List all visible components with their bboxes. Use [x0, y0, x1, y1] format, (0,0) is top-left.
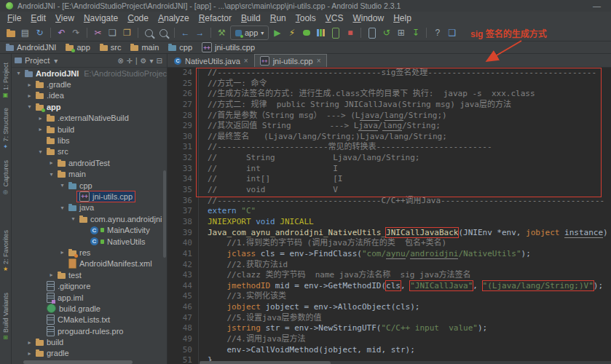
tree-item-libs[interactable]: libs: [12, 135, 167, 146]
menu-file[interactable]: File: [7, 12, 21, 25]
scrollbar[interactable]: [23, 360, 133, 364]
menu-tools[interactable]: Tools: [296, 12, 316, 25]
tree-item-externalnativebuild[interactable]: ▸.externalNativeBuild: [12, 113, 167, 124]
tree-item-gradle[interactable]: ▸.gradle: [12, 79, 167, 90]
tree-item-build[interactable]: ▸build: [12, 336, 167, 347]
replace-icon[interactable]: [157, 26, 170, 39]
menu-analyze[interactable]: Analyze: [158, 12, 189, 25]
settings-icon[interactable]: ⚙: [139, 57, 149, 65]
chevron-down-icon[interactable]: ▾: [36, 149, 44, 155]
close-icon[interactable]: ×: [244, 57, 248, 65]
help-icon[interactable]: ?: [431, 26, 444, 39]
stop-icon[interactable]: ■: [344, 26, 356, 39]
forward-icon[interactable]: →: [194, 26, 206, 39]
back-icon[interactable]: ←: [179, 26, 192, 39]
tool-window-button-1-project[interactable]: 1: Project▣: [0, 63, 11, 98]
chevron-right-icon[interactable]: ▸: [47, 272, 55, 278]
layout-editor-icon[interactable]: ❑: [446, 26, 458, 39]
menu-run[interactable]: Run: [270, 12, 286, 25]
chevron-right-icon[interactable]: ▸: [36, 115, 44, 122]
tree-item-jni-utils-cpp[interactable]: ++jni-utils.cpp: [12, 191, 167, 202]
tree-item-com-aynu-androidjni[interactable]: ▾com.aynu.androidjni: [12, 213, 167, 224]
attach-debugger-icon[interactable]: [329, 26, 342, 39]
tree-item-app[interactable]: ▾app: [12, 101, 167, 112]
tree-item-res[interactable]: ▸res: [12, 247, 167, 258]
menu-help[interactable]: Help: [393, 12, 411, 25]
breadcrumb-item-app[interactable]: app: [66, 43, 90, 52]
cut-icon[interactable]: ✂: [92, 26, 104, 39]
tree-item-androidjni[interactable]: ▾AndroidJNIE:\AndroidStudioProject\And: [12, 68, 167, 79]
tree-item-androidtest[interactable]: ▸androidTest: [12, 157, 167, 168]
tree-item-androidmanifest-xml[interactable]: AndroidManifest.xml: [12, 258, 167, 269]
scrollbar[interactable]: [200, 361, 611, 364]
build-icon[interactable]: ⚒: [216, 26, 228, 39]
tree-item-java[interactable]: ▾java: [12, 202, 167, 213]
breadcrumb-item-cpp[interactable]: cpp: [168, 43, 192, 52]
chevron-down-icon[interactable]: ▾: [69, 215, 77, 222]
menu-view[interactable]: View: [55, 12, 74, 25]
menu-refactor[interactable]: Refactor: [199, 12, 232, 25]
tree-item-src[interactable]: ▾src: [12, 146, 167, 157]
tree-item-build-gradle[interactable]: build.gradle: [12, 303, 167, 314]
menu-edit[interactable]: Edit: [31, 12, 46, 25]
breadcrumb-item-main[interactable]: main: [130, 43, 159, 52]
chevron-down-icon[interactable]: ▾: [52, 57, 59, 65]
breadcrumb-item-androidjni[interactable]: AndroidJNI: [6, 43, 56, 52]
open-icon[interactable]: [4, 26, 17, 39]
menu-window[interactable]: Window: [352, 12, 384, 25]
paste-icon[interactable]: ❐: [121, 26, 133, 39]
scrollbar[interactable]: [163, 170, 166, 258]
undo-icon[interactable]: ↶: [55, 26, 68, 39]
menu-vcs[interactable]: VCS: [326, 12, 344, 25]
chevron-down-icon[interactable]: ▾: [58, 205, 66, 211]
tab-jni-utils-cpp[interactable]: ++jni-utils.cpp×: [254, 54, 327, 67]
sdk-manager-icon[interactable]: ↧: [409, 26, 422, 39]
tree-item-app-iml[interactable]: app.iml: [12, 292, 167, 303]
chevron-down-icon[interactable]: ▾: [58, 182, 66, 189]
minimize-button[interactable]: —: [588, 1, 605, 10]
tab-nativeutils-java[interactable]: CNativeUtils.java×: [169, 55, 253, 67]
menu-build[interactable]: Build: [241, 12, 261, 25]
chevron-down-icon[interactable]: ▾: [47, 171, 55, 178]
locate-icon[interactable]: ✛: [125, 57, 134, 65]
avd-manager-icon[interactable]: [366, 26, 378, 39]
tree-item-gitignore[interactable]: .gitignore: [12, 280, 167, 291]
sync-icon[interactable]: ↻: [33, 26, 46, 39]
tool-window-button-captures[interactable]: Captures◎: [0, 160, 11, 195]
copy-icon[interactable]: ❏: [106, 26, 119, 39]
find-icon[interactable]: [143, 26, 155, 39]
chevron-right-icon[interactable]: ▸: [25, 339, 33, 346]
tree-item-nativeutils[interactable]: CNativeUtils: [12, 236, 167, 247]
breadcrumb-item-src[interactable]: src: [100, 43, 122, 52]
tree-item-build[interactable]: ▸build: [12, 124, 167, 135]
chevron-right-icon[interactable]: ▸: [25, 82, 33, 88]
chevron-right-icon[interactable]: ▸: [58, 249, 66, 256]
tool-window-button-build-variants[interactable]: Build Variants⊞: [0, 293, 11, 341]
profiler-icon[interactable]: [315, 26, 327, 39]
hide-panel-icon[interactable]: ⊟: [155, 57, 164, 65]
tree-item-gradle[interactable]: ▸gradle: [12, 348, 167, 359]
settings-caret-icon[interactable]: ▾: [149, 57, 155, 65]
tree-item-cpp[interactable]: ▾cpp: [12, 180, 167, 191]
tree-item-test[interactable]: ▸test: [12, 269, 167, 280]
close-icon[interactable]: ×: [317, 57, 321, 65]
project-structure-icon[interactable]: ⊞: [395, 26, 407, 39]
tree-item-main[interactable]: ▾main: [12, 169, 167, 180]
gradle-sync-icon[interactable]: ↺: [380, 26, 393, 39]
menu-code[interactable]: Code: [127, 12, 149, 25]
tree-item-idea[interactable]: ▸.idea: [12, 90, 167, 101]
chevron-right-icon[interactable]: ▸: [25, 350, 33, 357]
chevron-right-icon[interactable]: ▸: [25, 92, 33, 99]
tool-window-button-2-favorites[interactable]: 2: Favorites★: [0, 230, 11, 272]
chevron-right-icon[interactable]: ▸: [47, 159, 55, 166]
instant-run-icon[interactable]: ⚡: [285, 26, 298, 39]
tree-item-mainactivity[interactable]: CMainActivity: [12, 224, 167, 235]
collapse-all-icon[interactable]: ⊗: [116, 57, 125, 65]
debug-icon[interactable]: [300, 26, 312, 39]
tree-item-proguard-rules-pro[interactable]: proguard-rules.pro: [12, 325, 167, 336]
tool-window-button-7-structure[interactable]: 7: Structure✦: [0, 108, 11, 150]
menu-navigate[interactable]: Navigate: [84, 12, 118, 25]
chevron-down-icon[interactable]: ▾: [15, 70, 23, 76]
run-config-selector[interactable]: app▾: [230, 25, 269, 40]
tree-item-cmakelists-txt[interactable]: CMakeLists.txt: [12, 314, 167, 325]
